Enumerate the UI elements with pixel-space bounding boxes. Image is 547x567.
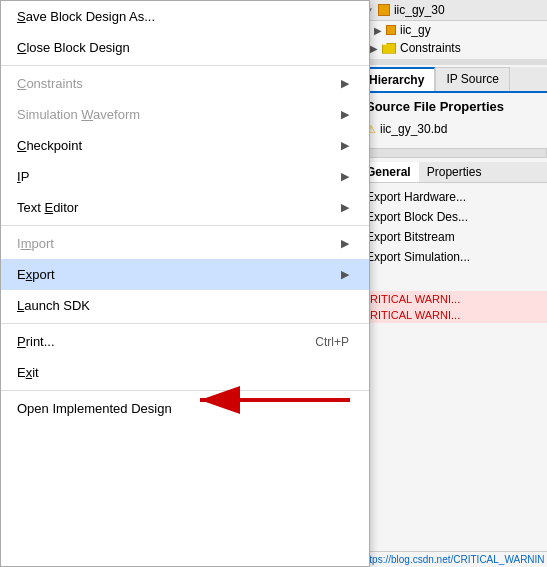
arrow-checkpoint: ▶ (341, 139, 349, 152)
panel-export-items: Export Hardware... Export Block Des... E… (358, 183, 547, 271)
arrow-export: ▶ (341, 268, 349, 281)
menu-label-export: Export (17, 267, 55, 282)
panel-tree-item: ▶ iic_gy (358, 21, 547, 39)
menu-item-export[interactable]: Export ▶ (1, 259, 369, 290)
warning1: CRITICAL WARNI... (358, 291, 547, 307)
menu-item-open-implemented[interactable]: Open Implemented Design (1, 393, 369, 424)
file-name: iic_gy_30.bd (380, 122, 447, 136)
menu-item-simulation-waveform: Simulation Waveform ▶ (1, 99, 369, 130)
panel-tabs1: Hierarchy IP Source (358, 67, 547, 93)
menu-label-exit: Exit (17, 365, 39, 380)
panel-top-bar: ▼ iic_gy_30 (358, 0, 547, 21)
divider2 (1, 225, 369, 226)
divider3 (1, 323, 369, 324)
menu-label-save: Save Block Design As... (17, 9, 155, 24)
url-bar: https://blog.csdn.net/CRITICAL_WARNIN (357, 551, 547, 567)
menu-label-open-impl: Open Implemented Design (17, 401, 172, 416)
export-hardware[interactable]: Export Hardware... (358, 187, 547, 207)
arrow-import: ▶ (341, 237, 349, 250)
small-orange-icon (386, 25, 396, 35)
menu-item-launch-sdk[interactable]: Launch SDK (1, 290, 369, 321)
menu-item-import: Import ▶ (1, 228, 369, 259)
source-properties-title: Source File Properties (366, 99, 539, 114)
export-simulation[interactable]: Export Simulation... (358, 247, 547, 267)
menu-label-constraints: Constraints (17, 76, 83, 91)
top-bar-label1: iic_gy_30 (394, 3, 445, 17)
menu-item-exit[interactable]: Exit (1, 357, 369, 388)
tab-properties[interactable]: Properties (419, 162, 490, 182)
arrow-text-editor: ▶ (341, 201, 349, 214)
menu-item-constraints: Constraints ▶ (1, 68, 369, 99)
background-panel: ▼ iic_gy_30 ▶ iic_gy ▶ Constraints Hiera… (357, 0, 547, 567)
constraints-tree-item: ▶ Constraints (358, 39, 547, 57)
menu-item-save-block-design[interactable]: Save Block Design As... (1, 1, 369, 32)
export-block-des[interactable]: Export Block Des... (358, 207, 547, 227)
menu-item-ip[interactable]: IP ▶ (1, 161, 369, 192)
export-bitstream[interactable]: Export Bitstream (358, 227, 547, 247)
warning2: CRITICAL WARNI... (358, 307, 547, 323)
constraints-label: Constraints (400, 41, 461, 55)
menu-item-print[interactable]: Print... Ctrl+P (1, 326, 369, 357)
divider1 (1, 65, 369, 66)
orange-icon (378, 4, 390, 16)
folder-icon (382, 43, 396, 54)
file-item: ⚠ iic_gy_30.bd (366, 120, 539, 138)
menu-label-ip: IP (17, 169, 29, 184)
menu-label-sim-wave: Simulation Waveform (17, 107, 140, 122)
menu-label-close: Close Block Design (17, 40, 130, 55)
arrow-constraints: ▶ (341, 77, 349, 90)
menu-label-print: Print... (17, 334, 55, 349)
arrow-ip: ▶ (341, 170, 349, 183)
menu-label-text-editor: Text Editor (17, 200, 78, 215)
top-bar-label2: iic_gy (400, 23, 431, 37)
menu-label-launch-sdk: Launch SDK (17, 298, 90, 313)
scroll-divider (358, 59, 547, 65)
tab-ip-source[interactable]: IP Source (435, 67, 509, 91)
arrow-sim-wave: ▶ (341, 108, 349, 121)
menu-item-close-block-design[interactable]: Close Block Design (1, 32, 369, 63)
menu-label-import: Import (17, 236, 54, 251)
menu-item-text-editor[interactable]: Text Editor ▶ (1, 192, 369, 223)
menu-label-checkpoint: Checkpoint (17, 138, 82, 153)
panel-content: Source File Properties ⚠ iic_gy_30.bd (358, 93, 547, 144)
horizontal-scrollbar[interactable] (358, 148, 547, 158)
arrow-right-icon: ▶ (374, 25, 382, 36)
menu-item-checkpoint[interactable]: Checkpoint ▶ (1, 130, 369, 161)
context-menu: Save Block Design As... Close Block Desi… (0, 0, 370, 567)
arrow-right-icon2: ▶ (370, 43, 378, 54)
spacer (358, 271, 547, 291)
divider4 (1, 390, 369, 391)
panel-tabs2: General Properties (358, 162, 547, 183)
shortcut-print: Ctrl+P (315, 335, 349, 349)
